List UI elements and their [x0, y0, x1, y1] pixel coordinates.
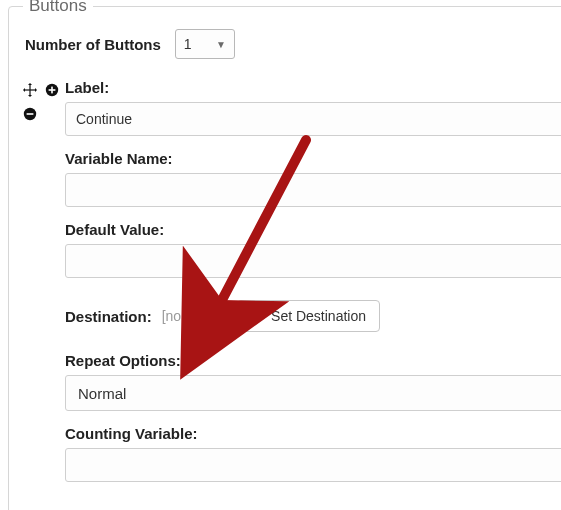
label-input[interactable] [65, 102, 561, 136]
repeat-options-select[interactable]: Normal [65, 375, 561, 411]
counting-variable-label: Counting Variable: [65, 425, 561, 442]
repeat-options-label: Repeat Options: [65, 352, 561, 369]
destination-row: Destination: [no where] Set Destination [65, 300, 561, 332]
destination-value: [no where] [162, 308, 227, 324]
button-form: Label: Variable Name: Default Value: Des… [65, 79, 561, 496]
add-icon[interactable] [43, 81, 61, 99]
number-of-buttons-label: Number of Buttons [25, 36, 161, 53]
svg-rect-4 [49, 89, 56, 91]
svg-rect-6 [27, 113, 34, 115]
number-of-buttons-select[interactable]: 1 ▼ [175, 29, 235, 59]
number-of-buttons-value: 1 [184, 36, 192, 52]
fieldset-legend: Buttons [23, 0, 93, 16]
variable-name-label: Variable Name: [65, 150, 561, 167]
label-label: Label: [65, 79, 561, 96]
buttons-fieldset: Buttons Number of Buttons 1 ▼ [8, 6, 561, 510]
variable-name-input[interactable] [65, 173, 561, 207]
row-actions [19, 79, 65, 123]
counting-variable-input[interactable] [65, 448, 561, 482]
default-value-input[interactable] [65, 244, 561, 278]
chevron-down-icon: ▼ [216, 39, 226, 50]
set-destination-label: Set Destination [271, 308, 366, 324]
remove-icon[interactable] [21, 105, 39, 123]
move-icon[interactable] [21, 81, 39, 99]
link-icon [251, 309, 265, 323]
button-count-row: Number of Buttons 1 ▼ [25, 29, 561, 59]
destination-label: Destination: [65, 308, 152, 325]
set-destination-button[interactable]: Set Destination [237, 300, 380, 332]
repeat-options-value: Normal [78, 385, 126, 402]
svg-rect-1 [25, 89, 35, 90]
default-value-label: Default Value: [65, 221, 561, 238]
